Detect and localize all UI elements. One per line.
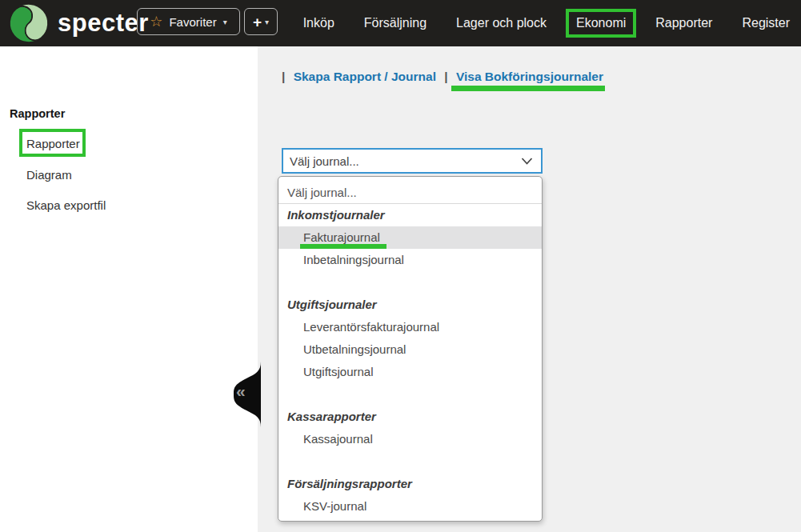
breadcrumb-separator: | bbox=[282, 70, 285, 83]
topbar: specter ☆ Favoriter ▾ + ▾ Inköp Försäljn… bbox=[0, 0, 801, 46]
link-label: Visa Bokföringsjournaler bbox=[456, 70, 603, 83]
journal-option-inbetalningsjournal[interactable]: Inbetalningsjournal bbox=[278, 249, 542, 271]
dropdown-spacer bbox=[278, 450, 542, 473]
journal-option-placeholder[interactable]: Välj journal... bbox=[278, 182, 542, 204]
nav-item-forsaljning[interactable]: Försäljning bbox=[364, 16, 427, 30]
nav-item-ekonomi[interactable]: Ekonomi bbox=[576, 16, 626, 30]
nav-item-rapporter[interactable]: Rapporter bbox=[655, 16, 712, 30]
nav-item-register[interactable]: Register bbox=[742, 16, 790, 30]
sidebar-item-diagram[interactable]: Diagram bbox=[26, 168, 72, 182]
chevron-down-icon bbox=[521, 158, 533, 165]
favorites-button[interactable]: ☆ Favoriter ▾ bbox=[137, 8, 240, 35]
sidebar: Rapporter Rapporter Diagram Skapa export… bbox=[0, 46, 258, 532]
brand-name: specter bbox=[58, 2, 149, 44]
link-visa-bokforingsjournaler[interactable]: Visa Bokföringsjournaler bbox=[456, 70, 603, 84]
nav-item-label: Rapporter bbox=[655, 16, 712, 30]
double-chevron-left-icon: « bbox=[236, 382, 246, 399]
journal-option-leverantorsfakturajournal[interactable]: Leverantörsfakturajournal bbox=[278, 316, 542, 338]
caret-down-icon: ▾ bbox=[265, 18, 269, 26]
breadcrumb: | Skapa Rapport / Journal | Visa Bokföri… bbox=[282, 70, 603, 84]
sidebar-heading: Rapporter bbox=[10, 107, 65, 120]
journal-option-utgiftsjournal[interactable]: Utgiftsjournal bbox=[278, 361, 542, 383]
journal-option-fakturajournal[interactable]: Fakturajournal bbox=[278, 226, 542, 249]
add-button[interactable]: + ▾ bbox=[244, 8, 278, 35]
journal-select[interactable]: Välj journal... bbox=[282, 148, 543, 174]
nav-item-lager-och-plock[interactable]: Lager och plock bbox=[456, 16, 547, 30]
dropdown-spacer bbox=[278, 271, 542, 294]
journal-group-inkomstjournaler: Inkomstjournaler bbox=[278, 204, 542, 226]
caret-down-icon: ▾ bbox=[223, 18, 227, 26]
nav-item-label: Försäljning bbox=[364, 16, 427, 30]
nav-item-label: Register bbox=[742, 16, 790, 30]
nav-item-label: Ekonomi bbox=[576, 16, 626, 30]
specter-logo-icon bbox=[8, 2, 50, 44]
nav-item-label: Lager och plock bbox=[456, 16, 547, 30]
nav-item-label: Inköp bbox=[303, 16, 334, 30]
nav-item-inkop[interactable]: Inköp bbox=[303, 16, 334, 30]
journal-group-forsaljningsrapporter: Försäljningsrapporter bbox=[278, 473, 542, 495]
journal-dropdown-list: Välj journal... Inkomstjournaler Faktura… bbox=[278, 176, 543, 522]
main-nav: Inköp Försäljning Lager och plock Ekonom… bbox=[288, 0, 801, 46]
sidebar-item-rapporter[interactable]: Rapporter bbox=[26, 137, 80, 150]
journal-option-utbetalningsjournal[interactable]: Utbetalningsjournal bbox=[278, 338, 542, 361]
journal-group-utgiftsjournaler: Utgiftsjournaler bbox=[278, 294, 542, 316]
link-skapa-rapport-journal[interactable]: Skapa Rapport / Journal bbox=[294, 70, 436, 84]
app-window: specter ☆ Favoriter ▾ + ▾ Inköp Försäljn… bbox=[0, 0, 801, 532]
sidebar-collapse-handle[interactable]: « bbox=[229, 362, 261, 427]
journal-select-value: Välj journal... bbox=[283, 154, 521, 168]
star-icon: ☆ bbox=[150, 14, 162, 29]
journal-option-ksv-journal[interactable]: KSV-journal bbox=[278, 495, 542, 518]
breadcrumb-separator: | bbox=[444, 70, 447, 83]
sidebar-item-skapa-exportfil[interactable]: Skapa exportfil bbox=[26, 198, 106, 212]
brand[interactable]: specter bbox=[8, 2, 149, 44]
plus-icon: + bbox=[253, 14, 262, 30]
journal-group-kassarapporter: Kassarapporter bbox=[278, 406, 542, 428]
journal-option-kassajournal[interactable]: Kassajournal bbox=[278, 428, 542, 450]
favorites-button-label: Favoriter bbox=[169, 15, 216, 29]
option-label: Fakturajournal bbox=[303, 230, 380, 244]
dropdown-spacer bbox=[278, 383, 542, 406]
